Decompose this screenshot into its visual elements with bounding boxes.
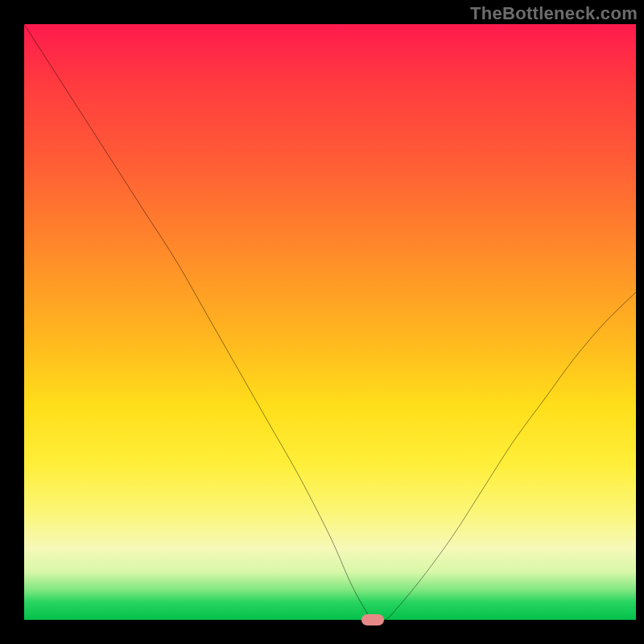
plot-area (24, 24, 636, 620)
curve-layer (24, 24, 636, 620)
bottleneck-curve (24, 24, 636, 620)
watermark-label: TheBottleneck.com (470, 3, 638, 24)
minimum-marker (361, 614, 384, 625)
chart-stage: TheBottleneck.com (0, 0, 644, 644)
